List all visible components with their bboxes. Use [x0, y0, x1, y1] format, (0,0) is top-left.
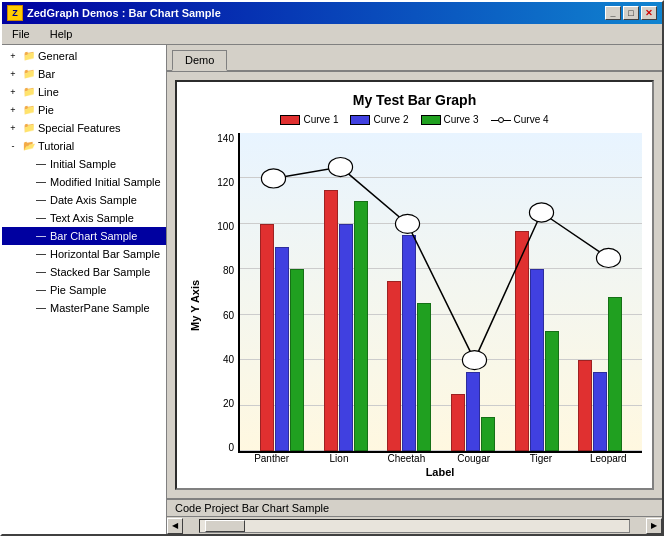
leaf-icon: — [34, 301, 48, 315]
leaf-icon: — [34, 265, 48, 279]
expand-icon [18, 247, 32, 261]
chart-inner: 140 120 100 80 60 40 20 0 [203, 133, 642, 453]
chart-legend: Curve 1 Curve 2 Curve 3 [187, 114, 642, 125]
legend-dot [498, 117, 504, 123]
legend-line-4 [491, 115, 511, 125]
status-bar: Code Project Bar Chart Sample [167, 498, 662, 516]
folder-icon: 📁 [22, 103, 36, 117]
leaf-icon: — [34, 247, 48, 261]
leaf-icon: — [34, 157, 48, 171]
legend-color-1 [280, 115, 300, 125]
legend-curve1: Curve 1 [280, 114, 338, 125]
sidebar-item-tutorial[interactable]: - 📂 Tutorial [2, 137, 166, 155]
y-tick-80: 80 [223, 265, 234, 276]
x-label-tiger: Tiger [507, 453, 574, 464]
tab-demo[interactable]: Demo [172, 50, 227, 71]
expand-icon [18, 301, 32, 315]
x-label-leopard: Leopard [575, 453, 642, 464]
folder-icon: 📁 [22, 121, 36, 135]
scroll-right-button[interactable]: ▶ [646, 518, 662, 534]
sidebar-item-date[interactable]: — Date Axis Sample [2, 191, 166, 209]
x-label-cougar: Cougar [440, 453, 507, 464]
expand-icon [18, 175, 32, 189]
status-text: Code Project Bar Chart Sample [175, 502, 329, 514]
legend-color-3 [421, 115, 441, 125]
y-tick-20: 20 [223, 398, 234, 409]
title-buttons: _ □ ✕ [605, 6, 657, 20]
sidebar-item-hbar[interactable]: — Horizontal Bar Sample [2, 245, 166, 263]
expand-icon: + [6, 85, 20, 99]
chart-plot [238, 133, 642, 453]
dot-cheetah [395, 214, 419, 233]
expand-icon: + [6, 121, 20, 135]
sidebar-item-general[interactable]: + 📁 General [2, 47, 166, 65]
leaf-icon: — [34, 211, 48, 225]
app-icon: Z [7, 5, 23, 21]
dot-tiger [529, 203, 553, 222]
scroll-left-button[interactable]: ◀ [167, 518, 183, 534]
expand-icon [18, 211, 32, 225]
scrollbar-thumb[interactable] [205, 520, 245, 532]
scrollbar-track [199, 519, 630, 533]
leaf-icon: — [34, 193, 48, 207]
expand-icon [18, 229, 32, 243]
legend-label-2: Curve 2 [373, 114, 408, 125]
sidebar-item-bar[interactable]: + 📁 Bar [2, 65, 166, 83]
y-tick-40: 40 [223, 354, 234, 365]
maximize-button[interactable]: □ [623, 6, 639, 20]
y-tick-60: 60 [223, 310, 234, 321]
sidebar-item-stacked[interactable]: — Stacked Bar Sample [2, 263, 166, 281]
sidebar-item-masterpane[interactable]: — MasterPane Sample [2, 299, 166, 317]
sidebar-item-initial[interactable]: — Initial Sample [2, 155, 166, 173]
leaf-icon: — [34, 283, 48, 297]
folder-icon: 📁 [22, 67, 36, 81]
chart-container: My Test Bar Graph Curve 1 Curve 2 [175, 80, 654, 490]
x-label-panther: Panther [238, 453, 305, 464]
dot-panther [261, 169, 285, 188]
close-button[interactable]: ✕ [641, 6, 657, 20]
curve4-polyline [273, 167, 608, 360]
y-tick-0: 0 [228, 442, 234, 453]
y-tick-120: 120 [217, 177, 234, 188]
leaf-icon: — [34, 175, 48, 189]
sidebar-item-pie[interactable]: + 📁 Pie [2, 101, 166, 119]
chart-area: My Test Bar Graph Curve 1 Curve 2 [167, 72, 662, 498]
expand-icon [18, 283, 32, 297]
minimize-button[interactable]: _ [605, 6, 621, 20]
legend-label-1: Curve 1 [303, 114, 338, 125]
scrollbar-area: ◀ ▶ [167, 516, 662, 534]
expand-icon [18, 265, 32, 279]
menu-help[interactable]: Help [45, 26, 78, 42]
sidebar-item-text[interactable]: — Text Axis Sample [2, 209, 166, 227]
sidebar-item-modified[interactable]: — Modified Initial Sample [2, 173, 166, 191]
main-window: Z ZedGraph Demos : Bar Chart Sample _ □ … [0, 0, 664, 536]
x-label-cheetah: Cheetah [373, 453, 440, 464]
curve4-line [240, 133, 642, 451]
title-bar-left: Z ZedGraph Demos : Bar Chart Sample [7, 5, 221, 21]
expand-icon: + [6, 49, 20, 63]
menu-bar: File Help [2, 24, 662, 45]
sidebar-item-barchart[interactable]: — Bar Chart Sample [2, 227, 166, 245]
sidebar: + 📁 General + 📁 Bar + 📁 Line + 📁 Pie + [2, 45, 167, 534]
sidebar-item-line[interactable]: + 📁 Line [2, 83, 166, 101]
right-panel: Demo My Test Bar Graph Curve 1 Curve 2 [167, 45, 662, 534]
expand-icon: + [6, 67, 20, 81]
chart-title: My Test Bar Graph [187, 92, 642, 108]
title-bar: Z ZedGraph Demos : Bar Chart Sample _ □ … [2, 2, 662, 24]
sidebar-item-pie2[interactable]: — Pie Sample [2, 281, 166, 299]
menu-file[interactable]: File [7, 26, 35, 42]
expand-icon: - [6, 139, 20, 153]
legend-curve3: Curve 3 [421, 114, 479, 125]
y-axis: 140 120 100 80 60 40 20 0 [203, 133, 238, 453]
folder-icon: 📁 [22, 49, 36, 63]
expand-icon: + [6, 103, 20, 117]
x-axis-title: Label [203, 466, 642, 478]
legend-label-4: Curve 4 [514, 114, 549, 125]
dot-leopard [596, 248, 620, 267]
y-tick-100: 100 [217, 221, 234, 232]
legend-curve4: Curve 4 [491, 114, 549, 125]
y-axis-label: My Y Axis [187, 133, 203, 478]
sidebar-item-special[interactable]: + 📁 Special Features [2, 119, 166, 137]
tab-bar: Demo [167, 45, 662, 72]
chart-with-axes: 140 120 100 80 60 40 20 0 [203, 133, 642, 478]
